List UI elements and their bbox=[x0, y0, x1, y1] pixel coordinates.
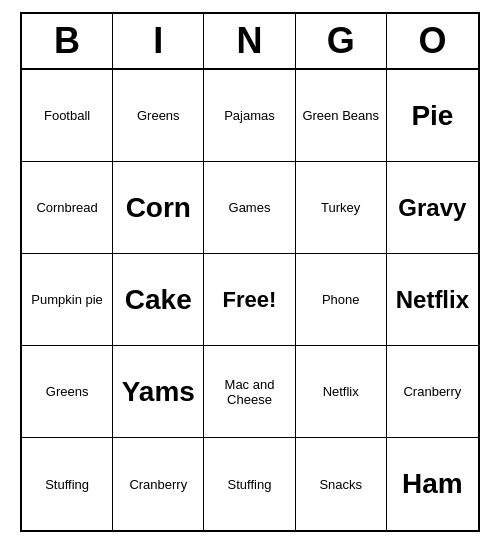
cell-r0-c2: Pajamas bbox=[204, 70, 295, 162]
cell-r4-c3: Snacks bbox=[296, 438, 387, 530]
cell-r4-c1: Cranberry bbox=[113, 438, 204, 530]
cell-r1-c0: Cornbread bbox=[22, 162, 113, 254]
cell-r0-c1: Greens bbox=[113, 70, 204, 162]
cell-r2-c0: Pumpkin pie bbox=[22, 254, 113, 346]
bingo-card: BINGO FootballGreensPajamasGreen BeansPi… bbox=[20, 12, 480, 532]
header-letter: O bbox=[387, 14, 478, 68]
cell-r3-c1: Yams bbox=[113, 346, 204, 438]
header-letter: G bbox=[296, 14, 387, 68]
cell-r2-c4: Netflix bbox=[387, 254, 478, 346]
cell-r0-c3: Green Beans bbox=[296, 70, 387, 162]
header-letter: I bbox=[113, 14, 204, 68]
cell-r3-c4: Cranberry bbox=[387, 346, 478, 438]
cell-r1-c2: Games bbox=[204, 162, 295, 254]
cell-r2-c3: Phone bbox=[296, 254, 387, 346]
cell-r1-c3: Turkey bbox=[296, 162, 387, 254]
cell-r3-c2: Mac and Cheese bbox=[204, 346, 295, 438]
header-letter: N bbox=[204, 14, 295, 68]
cell-r4-c2: Stuffing bbox=[204, 438, 295, 530]
cell-r2-c2: Free! bbox=[204, 254, 295, 346]
header-letter: B bbox=[22, 14, 113, 68]
cell-r3-c3: Netflix bbox=[296, 346, 387, 438]
cell-r4-c4: Ham bbox=[387, 438, 478, 530]
cell-r2-c1: Cake bbox=[113, 254, 204, 346]
bingo-grid: FootballGreensPajamasGreen BeansPieCornb… bbox=[22, 70, 478, 530]
cell-r1-c1: Corn bbox=[113, 162, 204, 254]
bingo-header: BINGO bbox=[22, 14, 478, 70]
cell-r1-c4: Gravy bbox=[387, 162, 478, 254]
cell-r4-c0: Stuffing bbox=[22, 438, 113, 530]
cell-r0-c4: Pie bbox=[387, 70, 478, 162]
cell-r3-c0: Greens bbox=[22, 346, 113, 438]
cell-r0-c0: Football bbox=[22, 70, 113, 162]
